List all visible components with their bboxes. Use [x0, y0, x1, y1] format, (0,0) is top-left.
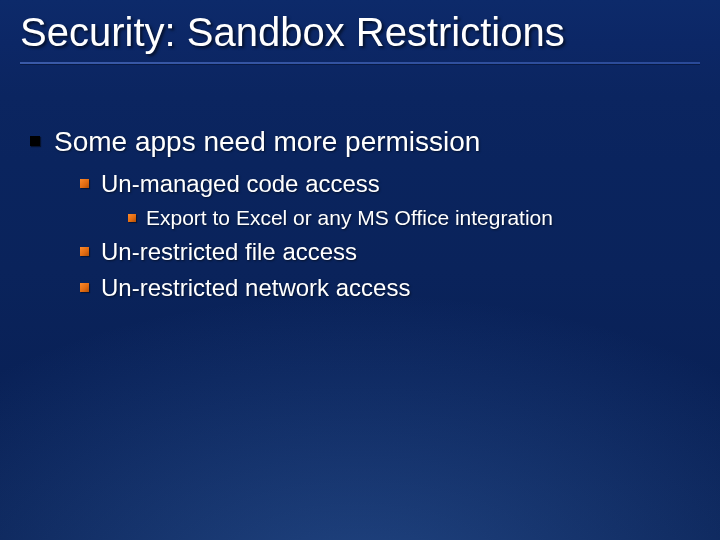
bullet-level2: Un-restricted network access	[80, 273, 700, 303]
bullet-level2: Un-managed code access	[80, 169, 700, 199]
bullet-level2: Un-restricted file access	[80, 237, 700, 267]
bullet-text: Export to Excel or any MS Office integra…	[146, 205, 553, 231]
bullet-level1: Some apps need more permission	[30, 124, 700, 159]
bullet-square-icon	[30, 136, 40, 146]
content-area: Some apps need more permission Un-manage…	[0, 64, 720, 303]
bullet-square-icon	[80, 179, 89, 188]
bullet-text: Un-restricted network access	[101, 273, 410, 303]
bullet-text: Un-managed code access	[101, 169, 380, 199]
bullet-text: Some apps need more permission	[54, 124, 480, 159]
bullet-level3: Export to Excel or any MS Office integra…	[128, 205, 700, 231]
bullet-text: Un-restricted file access	[101, 237, 357, 267]
bullet-square-icon	[128, 214, 136, 222]
bullet-square-icon	[80, 247, 89, 256]
slide: Security: Sandbox Restrictions Some apps…	[0, 0, 720, 540]
title-area: Security: Sandbox Restrictions	[0, 0, 720, 64]
slide-title: Security: Sandbox Restrictions	[20, 10, 700, 54]
bullet-square-icon	[80, 283, 89, 292]
